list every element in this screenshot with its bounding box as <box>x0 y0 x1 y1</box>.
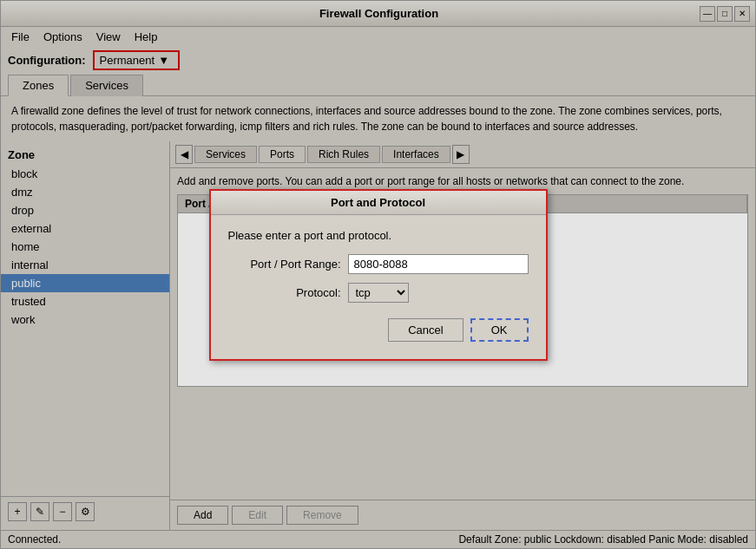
cancel-button[interactable]: Cancel <box>388 318 463 342</box>
port-input[interactable] <box>348 254 529 274</box>
dialog-title: Port and Protocol <box>211 191 546 215</box>
dialog-buttons: Cancel OK <box>228 311 529 345</box>
protocol-field: Protocol: tcp udp <box>228 283 529 303</box>
port-protocol-dialog: Port and Protocol Please enter a port an… <box>209 189 548 361</box>
ok-button[interactable]: OK <box>470 318 529 342</box>
port-field: Port / Port Range: <box>228 254 529 274</box>
dialog-message: Please enter a port and protocol. <box>228 229 529 242</box>
main-window: Firewall Configuration — □ ✕ File Option… <box>0 0 756 549</box>
protocol-label: Protocol: <box>228 286 341 299</box>
dialog-body: Please enter a port and protocol. Port /… <box>211 215 546 359</box>
protocol-select[interactable]: tcp udp <box>348 283 409 303</box>
dialog-overlay: Port and Protocol Please enter a port an… <box>1 1 755 548</box>
port-label: Port / Port Range: <box>228 258 341 271</box>
